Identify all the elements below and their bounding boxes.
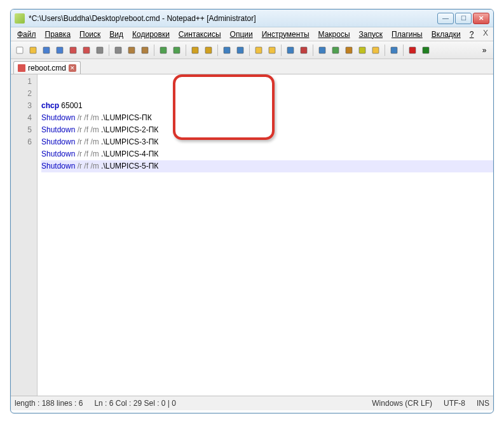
new-file-icon[interactable]	[13, 44, 26, 57]
toolbar-overflow-icon[interactable]: »	[478, 44, 491, 57]
svg-rect-12	[192, 47, 198, 53]
undo-icon[interactable]	[157, 44, 170, 57]
monitor-icon[interactable]	[388, 44, 400, 57]
zoom-in-icon[interactable]	[221, 44, 233, 57]
cut-icon[interactable]	[112, 44, 125, 57]
status-length: length : 188 lines : 6	[15, 399, 83, 408]
svg-rect-11	[174, 47, 180, 53]
minimize-button[interactable]: —	[437, 13, 454, 24]
menubar-close-x[interactable]: X	[483, 29, 488, 38]
sync-h-icon[interactable]	[266, 44, 278, 57]
toolbar-separator	[217, 45, 218, 56]
svg-rect-22	[346, 47, 352, 53]
menu-file[interactable]: Файл	[13, 29, 40, 40]
paste-icon[interactable]	[139, 44, 151, 57]
doc-map-icon[interactable]	[343, 44, 355, 57]
svg-rect-1	[30, 47, 36, 53]
open-file-icon[interactable]	[27, 44, 39, 57]
indent-guide-icon[interactable]	[316, 44, 329, 57]
close-file-icon[interactable]	[67, 44, 79, 57]
sync-v-icon[interactable]	[252, 44, 265, 57]
svg-rect-13	[205, 47, 212, 53]
menu-tools[interactable]: Инструменты	[258, 29, 313, 40]
menu-edit[interactable]: Правка	[41, 29, 75, 40]
svg-rect-25	[391, 47, 397, 53]
menu-help[interactable]: ?	[466, 29, 478, 40]
menu-view[interactable]: Вид	[106, 29, 127, 40]
code-line[interactable]: chcp 65001	[41, 100, 493, 112]
file-icon	[18, 64, 25, 72]
record-icon[interactable]	[406, 44, 419, 57]
copy-icon[interactable]	[125, 44, 138, 57]
folder-icon[interactable]	[369, 44, 382, 57]
func-list-icon[interactable]	[356, 44, 369, 57]
app-window: *C:\Users\Buddha\Desktop\reboot.cmd - No…	[10, 9, 494, 413]
menu-macros[interactable]: Макросы	[315, 29, 354, 40]
svg-rect-7	[115, 47, 121, 53]
app-icon	[15, 13, 25, 24]
wrap-icon[interactable]	[284, 44, 297, 57]
svg-rect-26	[409, 47, 416, 53]
play-icon[interactable]	[419, 44, 432, 57]
status-encoding: UTF-8	[444, 399, 465, 408]
menu-encoding[interactable]: Кодировки	[128, 29, 174, 40]
statusbar: length : 188 lines : 6 Ln : 6 Col : 29 S…	[11, 396, 493, 410]
code-line[interactable]: Shutdown /r /f /m .\LUMPICS-4-ПК	[41, 148, 493, 160]
close-all-icon[interactable]	[80, 44, 93, 57]
toolbar-separator	[249, 45, 250, 56]
svg-rect-16	[255, 47, 262, 53]
show-all-icon[interactable]	[297, 44, 310, 57]
svg-rect-2	[43, 47, 50, 53]
toolbar-separator	[281, 45, 282, 56]
save-icon[interactable]	[40, 44, 53, 57]
svg-rect-5	[83, 47, 90, 53]
line-number: 5	[11, 124, 32, 136]
svg-rect-10	[160, 47, 167, 53]
tab-close-icon[interactable]: ✕	[69, 64, 76, 72]
svg-rect-0	[17, 47, 23, 53]
svg-rect-6	[97, 47, 103, 53]
print-icon[interactable]	[93, 44, 106, 57]
line-number: 2	[11, 88, 32, 100]
window-title: *C:\Users\Buddha\Desktop\reboot.cmd - No…	[29, 14, 437, 23]
find-icon[interactable]	[189, 44, 201, 57]
code-area[interactable]: chcp 65001Shutdown /r /f /m .\LUMPICS-ПК…	[37, 74, 493, 396]
svg-rect-21	[332, 47, 339, 53]
menu-options[interactable]: Опции	[226, 29, 257, 40]
titlebar: *C:\Users\Buddha\Desktop\reboot.cmd - No…	[11, 10, 493, 27]
code-line[interactable]: Shutdown /r /f /m .\LUMPICS-ПК	[41, 112, 493, 124]
line-number: 6	[11, 136, 32, 148]
svg-rect-23	[359, 47, 365, 53]
toolbar-separator	[109, 45, 109, 56]
status-position: Ln : 6 Col : 29 Sel : 0 | 0	[94, 399, 176, 408]
menu-search[interactable]: Поиск	[76, 29, 104, 40]
svg-rect-18	[287, 47, 294, 53]
zoom-out-icon[interactable]	[234, 44, 247, 57]
code-line[interactable]: Shutdown /r /f /m .\LUMPICS-5-ПК	[41, 160, 493, 172]
code-line[interactable]: Shutdown /r /f /m .\LUMPICS-2-ПК	[41, 124, 493, 136]
svg-rect-3	[57, 47, 63, 53]
document-tab[interactable]: reboot.cmd ✕	[13, 61, 81, 74]
svg-rect-17	[269, 47, 275, 53]
code-line[interactable]: Shutdown /r /f /m .\LUMPICS-3-ПК	[41, 136, 493, 148]
replace-icon[interactable]	[202, 44, 215, 57]
close-button[interactable]: ✕	[473, 13, 489, 24]
svg-rect-8	[128, 47, 135, 53]
menu-syntax[interactable]: Синтаксисы	[175, 29, 225, 40]
editor[interactable]: 123456 chcp 65001Shutdown /r /f /m .\LUM…	[11, 74, 493, 396]
status-insert-mode: INS	[477, 399, 489, 408]
svg-rect-4	[70, 47, 76, 53]
save-all-icon[interactable]	[53, 44, 66, 57]
lang-icon[interactable]	[329, 44, 342, 57]
maximize-button[interactable]: ☐	[455, 13, 472, 24]
line-number: 4	[11, 112, 32, 124]
svg-rect-20	[319, 47, 325, 53]
redo-icon[interactable]	[170, 44, 183, 57]
toolbar-separator	[385, 45, 385, 56]
menu-plugins[interactable]: Плагины	[388, 29, 426, 40]
menu-tabs[interactable]: Вкладки	[428, 29, 465, 40]
svg-rect-19	[301, 47, 307, 53]
menu-run[interactable]: Запуск	[355, 29, 387, 40]
line-number: 1	[11, 76, 32, 88]
svg-rect-15	[237, 47, 243, 53]
